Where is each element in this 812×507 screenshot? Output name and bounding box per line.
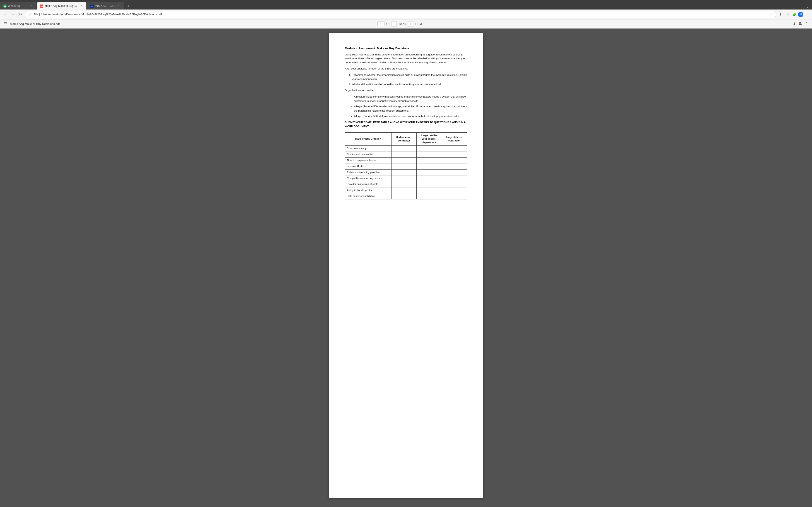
download-nav-icon[interactable]: ⬇ [777,11,784,18]
rotate-icon[interactable]: ↺ [420,22,422,26]
table-cell-criterion: In house IT skills [345,163,392,169]
table-cell-value [442,169,467,175]
table-row: Provider economies of scale [345,181,467,187]
pdf-download-icon[interactable]: ⬇ [793,22,796,26]
table-cell-value [417,175,442,181]
zoom-in-button[interactable]: + [408,21,413,27]
browser-chrome: W WhatsApp ✕ PDF Mod 4 Asg Make or Buy D… [0,0,812,19]
pdf-page-controls: / 1 − 100% + ⊡ ↺ [377,21,422,27]
table-row: Core competency [345,146,467,152]
table-cell-value [392,175,417,181]
pdf-page-total: 1 [388,22,390,25]
table-cell-value [417,181,442,187]
make-or-buy-table: Make or Buy Criterion Medium-sized contr… [345,132,467,200]
table-cell-criterion: Compatible outsourcing provider [345,175,392,181]
submit-instructions: SUBMIT YOUR COMPLETED TABLE ALONG WITH Y… [345,120,467,128]
table-cell-value [442,187,467,193]
table-cell-criterion: Ability to handle peaks [345,187,392,193]
table-cell-value [442,152,467,157]
tab-bar-left: W WhatsApp ✕ PDF Mod 4 Asg Make or Buy D… [0,2,805,9]
forward-button[interactable]: → [9,11,16,18]
profile-icon[interactable]: N [798,12,803,17]
pdf-page-input[interactable] [377,21,385,26]
table-cell-value [417,187,442,193]
col-header-criterion: Make or Buy Criterion [345,132,392,145]
pdf-more-icon[interactable]: ⋮ [805,22,808,26]
org-bullet-1: A medium-sized company that sells roofin… [354,95,467,103]
tab-pdf-close-icon[interactable]: ✕ [80,4,83,8]
after-analysis-heading: After your analysis, for each of the thr… [345,67,467,71]
table-cell-value [417,193,442,199]
fit-page-icon[interactable]: ⊡ [415,22,418,26]
table-row: Ability to handle peaks [345,187,467,193]
table-cell-criterion: Confidential or sensitive [345,152,392,157]
tab-bar: W WhatsApp ✕ PDF Mod 4 Asg Make or Buy D… [0,0,812,9]
table-cell-value [417,146,442,152]
address-bar[interactable]: 📄 File | /Users/cdmstudent/Downloads/Mod… [25,11,776,18]
table-cell-value [417,169,442,175]
address-bar-text: File | /Users/cdmstudent/Downloads/Mod%2… [34,13,768,16]
zoom-out-button[interactable]: − [391,21,397,27]
file-icon: 📄 [28,13,32,16]
table-cell-value [392,181,417,187]
table-cell-value [417,163,442,169]
org-bullet-list: A medium-sized company that sells roofin… [354,95,467,118]
pdf-menu-icon[interactable]: ☰ [4,21,7,26]
tab-whatsapp[interactable]: W WhatsApp ✕ [0,2,36,9]
new-tab-button[interactable]: + [125,3,132,9]
pdf-print-icon[interactable]: 🖶 [798,22,802,26]
tab-whatsapp-label: WhatsApp [8,4,28,7]
table-header-row: Make or Buy Criterion Medium-sized contr… [345,132,467,145]
col-header-large-retailer: Large retailer with good IT department [417,132,442,145]
table-cell-value [442,175,467,181]
table-row: Compatible outsourcing provider [345,175,467,181]
nav-right-buttons: ⬇ ☆ 🧩 N ⋮ [777,11,810,18]
table-cell-value [442,181,467,187]
pdf-toolbar: ☰ Mod 4 Asg Make or Buy Decisions.pdf / … [0,19,812,29]
pdf-viewer: Module 4 Assignment: Make or Buy Decisio… [0,29,812,507]
pdf-page-separator: / [386,22,387,25]
list-item-1: Recommend whether the organization shoul… [352,73,467,81]
reload-button[interactable]: ↻ [17,11,23,18]
tab-whatsapp-close-icon[interactable]: ✕ [29,4,33,8]
tab-gsu[interactable]: G MIS 7101 – GSU ✕ [87,2,124,9]
table-row: Confidential or sensitive [345,152,467,157]
table-cell-value [442,157,467,163]
table-row: Time to complete in house [345,157,467,163]
table-cell-value [417,152,442,157]
table-row: Data center consolidation [345,193,467,199]
table-cell-value [442,163,467,169]
tab-list-icon[interactable]: ⌄ [805,3,810,9]
table-cell-criterion: Provider economies of scale [345,181,392,187]
tab-gsu-label: MIS 7101 – GSU [95,4,115,7]
tab-pdf[interactable]: PDF Mod 4 Asg Make or Buy Deci... ✕ [37,2,87,9]
table-row: Reliable outsourcing providers [345,169,467,175]
pdf-file-title: Mod 4 Asg Make or Buy Decisions.pdf [10,22,375,25]
table-cell-criterion: Data center consolidation [345,193,392,199]
org-bullet-3: A large (Fortune 500) defense contractor… [354,114,467,118]
extensions-icon[interactable]: 🧩 [791,11,798,18]
more-options-icon[interactable]: ⋮ [804,11,810,18]
table-cell-criterion: Reliable outsourcing providers [345,169,392,175]
col-header-defense: Large defense contractor [442,132,467,145]
table-cell-value [442,193,467,199]
star-icon[interactable]: ☆ [770,13,773,16]
gsu-favicon-icon: G [90,4,94,7]
whatsapp-favicon-icon: W [3,4,7,7]
table-row: In house IT skills [345,163,467,169]
pdf-favicon-icon: PDF [40,4,43,7]
table-cell-value [442,146,467,152]
org-bullet-2: A large (Fortune 500) retailer with a la… [354,104,467,113]
document-title: Module 4 Assignment: Make or Buy Decisio… [345,47,467,50]
tab-gsu-close-icon[interactable]: ✕ [117,4,120,8]
table-cell-value [417,157,442,163]
navigation-bar: ← → ↻ 📄 File | /Users/cdmstudent/Downloa… [0,9,812,19]
pdf-page: Module 4 Assignment: Make or Buy Decisio… [329,33,483,498]
table-cell-value [392,193,417,199]
table-cell-value [392,152,417,157]
orgs-heading: Organizations to consider: [345,89,467,92]
bookmark-icon[interactable]: ☆ [784,11,791,18]
table-cell-value [392,169,417,175]
intro-paragraph: Using PSG Figure 10.2 and the chapter in… [345,53,467,64]
back-button[interactable]: ← [2,11,8,18]
